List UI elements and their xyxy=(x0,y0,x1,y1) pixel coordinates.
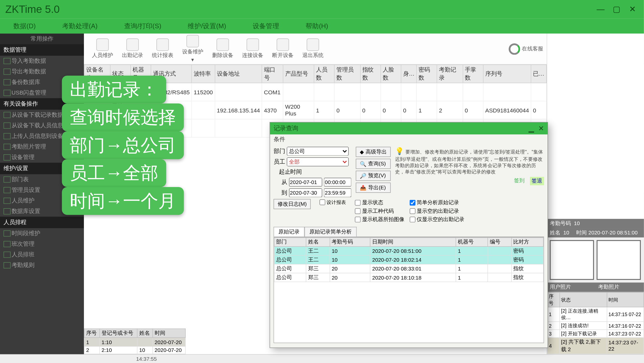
log-row[interactable]: 3[2] 开始下载记录14:37:23 07-22 xyxy=(547,330,643,338)
from-time[interactable] xyxy=(324,178,351,187)
mini-header[interactable]: 姓名 xyxy=(137,329,153,338)
tool-device-del[interactable]: 删除设备 xyxy=(208,37,238,61)
tab-raw[interactable]: 原始记录 xyxy=(274,227,305,237)
record-row[interactable]: 总公司郑三202020-07-20 08:33:011指纹 xyxy=(274,264,543,273)
tool-attend[interactable]: 出勤记录 xyxy=(118,37,148,61)
log-panel: 序号状态时间 1[2] 正在连接,请稍侯…14:37:15 07-222[2] … xyxy=(547,292,644,354)
dev-header[interactable]: 波特率 xyxy=(192,65,215,83)
record-row[interactable]: 总公司郑三202020-07-20 18:10:181指纹 xyxy=(274,273,543,282)
close-button[interactable]: ✕ xyxy=(626,3,638,15)
sidebar-export[interactable]: 导出考勤数据 xyxy=(0,66,84,77)
status-time: 14:37:55 xyxy=(136,356,157,362)
menu-maintain[interactable]: 维护/设置(M) xyxy=(175,22,239,30)
btn-export[interactable]: 📤 导出(E) xyxy=(356,183,391,193)
sidebar-rules[interactable]: 考勤规则 xyxy=(0,260,84,270)
record-row[interactable]: 总公司王二102020-07-20 08:51:001密码 xyxy=(274,247,543,255)
modal-close-icon[interactable]: ✕ xyxy=(538,124,544,133)
chk-design[interactable]: 设计报表 xyxy=(319,199,346,205)
annotation-5: 时间→一个月 xyxy=(62,187,184,215)
to-date[interactable] xyxy=(289,188,322,197)
mini-header[interactable]: 时间 xyxy=(153,329,185,338)
chk-showstat[interactable]: 显示状态 xyxy=(355,199,404,206)
dev-header[interactable]: 序列号 xyxy=(483,65,531,83)
modal-titlebar[interactable]: 记录查询 ▁ ✕ xyxy=(270,123,548,134)
chk-showcode[interactable]: 显示工种代码 xyxy=(355,207,404,215)
mini-header[interactable]: 序号 xyxy=(84,329,100,338)
dept-select[interactable]: 总公司 xyxy=(287,147,349,156)
chk-onlyempty[interactable]: 仅显示空的出勤记录 xyxy=(410,216,464,223)
rec-header[interactable]: 日期时间 xyxy=(370,238,456,247)
rec-header[interactable]: 姓名 xyxy=(306,238,330,247)
toolbar-right[interactable]: 在线客服 xyxy=(509,43,543,55)
dev-header[interactable]: 身… xyxy=(401,65,416,83)
dev-header[interactable]: 端口号 xyxy=(262,65,283,83)
rec-header[interactable]: 部门 xyxy=(274,238,306,247)
link-signout[interactable]: 签退 xyxy=(530,177,544,185)
tool-staff[interactable]: 人员维护 xyxy=(87,37,117,61)
dev-header[interactable]: 人员数 xyxy=(314,65,334,83)
annotation-2: 查询时候选择 xyxy=(62,103,184,131)
records-table[interactable]: 部门姓名考勤号码日期时间机器号编号比对方 总公司王二102020-07-20 0… xyxy=(274,237,543,282)
tool-disconn[interactable]: 断开设备 xyxy=(268,37,298,61)
log-header[interactable]: 时间 xyxy=(607,292,644,307)
to-time[interactable] xyxy=(324,188,351,197)
conditions-label: 条件 xyxy=(270,134,548,144)
chk-simple[interactable]: 简单分析原始记录 xyxy=(410,199,464,206)
dev-header[interactable]: 密码数 xyxy=(416,65,437,83)
dev-header[interactable]: 产品型号 xyxy=(283,65,314,83)
dev-header[interactable]: 人脸数 xyxy=(381,65,401,83)
chk-showimg[interactable]: 显示机器所拍图像 xyxy=(355,216,404,223)
mini-row[interactable]: 11:102020-07-20 xyxy=(84,338,185,346)
sidebar-collapse[interactable]: 常用操作 xyxy=(0,34,84,44)
records-scroll[interactable]: 部门姓名考勤号码日期时间机器号编号比对方 总公司王二102020-07-20 0… xyxy=(274,237,544,343)
rec-header[interactable]: 比对方 xyxy=(511,238,543,247)
sidebar-assign[interactable]: 人员排班 xyxy=(0,249,84,260)
dev-header[interactable]: 考勤记录 xyxy=(437,65,463,83)
mini-header[interactable]: 登记号或卡号 xyxy=(100,329,137,338)
btn-adv-export[interactable]: ◆ 高级导出 xyxy=(356,147,391,157)
tool-conn[interactable]: 连接设备 xyxy=(238,37,268,61)
log-header[interactable]: 序号 xyxy=(547,292,559,307)
sidebar-import[interactable]: 导入考勤数据 xyxy=(0,56,84,66)
link-signin[interactable]: 签到 xyxy=(514,177,525,185)
mini-row[interactable]: 22:10102020-07-20 xyxy=(84,346,185,354)
maximize-button[interactable]: ▢ xyxy=(610,3,623,15)
menu-help[interactable]: 帮助(H) xyxy=(293,22,341,30)
to-label: 到 xyxy=(281,189,287,197)
log-header[interactable]: 状态 xyxy=(560,292,607,307)
minimize-button[interactable]: — xyxy=(594,3,607,15)
play-icon xyxy=(247,39,259,51)
dev-header[interactable]: 设备地址 xyxy=(215,65,262,83)
btn-modlog[interactable]: 修改日志(M) xyxy=(274,199,311,209)
tool-exit[interactable]: 退出系统 xyxy=(298,37,328,61)
btn-query[interactable]: 🔍 查询(S) xyxy=(356,159,391,169)
menu-device[interactable]: 设备管理 xyxy=(239,22,292,30)
rec-header[interactable]: 编号 xyxy=(488,238,511,247)
chk-empty[interactable]: 显示空的出勤记录 xyxy=(410,207,464,215)
from-date[interactable] xyxy=(289,178,322,187)
chart-icon xyxy=(156,39,169,51)
rec-header[interactable]: 机器号 xyxy=(456,238,488,247)
menu-query[interactable]: 查询/打印(S) xyxy=(111,22,175,30)
tool-report[interactable]: 统计报表 xyxy=(148,37,178,61)
mini-table[interactable]: 序号登记号或卡号姓名时间 11:102020-07-2022:10102020-… xyxy=(84,328,185,354)
dev-header[interactable]: 手掌数 xyxy=(463,65,483,83)
log-row[interactable]: 1[2] 正在连接,请稍侯…14:37:15 07-22 xyxy=(547,307,643,322)
dev-header[interactable]: 已… xyxy=(531,65,546,83)
dev-header[interactable]: 管理员数 xyxy=(334,65,360,83)
menu-data[interactable]: 数据(D) xyxy=(0,22,49,30)
emp-select[interactable]: 全部 xyxy=(287,157,349,166)
menu-attendance[interactable]: 考勤处理(A) xyxy=(49,22,111,30)
sidebar-shift[interactable]: 班次管理 xyxy=(0,239,84,249)
log-row[interactable]: 2[2] 连接成功!14:37:16 07-22 xyxy=(547,322,643,330)
record-row[interactable]: 总公司王二102020-07-20 18:02:141密码 xyxy=(274,255,543,264)
tool-device-maint[interactable]: 设备维护▾ xyxy=(178,33,208,65)
btn-preview[interactable]: 🔎 预览(V) xyxy=(356,171,391,181)
rec-header[interactable]: 考勤号码 xyxy=(330,238,370,247)
sidebar-timeslot[interactable]: 时间段维护 xyxy=(0,228,84,239)
modal-min-icon[interactable]: ▁ xyxy=(529,124,534,133)
dev-header[interactable]: 指纹数 xyxy=(360,65,381,83)
tab-analysis[interactable]: 原始记录简单分析 xyxy=(305,227,357,237)
support-icon xyxy=(509,43,520,55)
log-row[interactable]: 4[2] 共下载 2,新下载 214:37:23 07-22 xyxy=(547,338,643,354)
